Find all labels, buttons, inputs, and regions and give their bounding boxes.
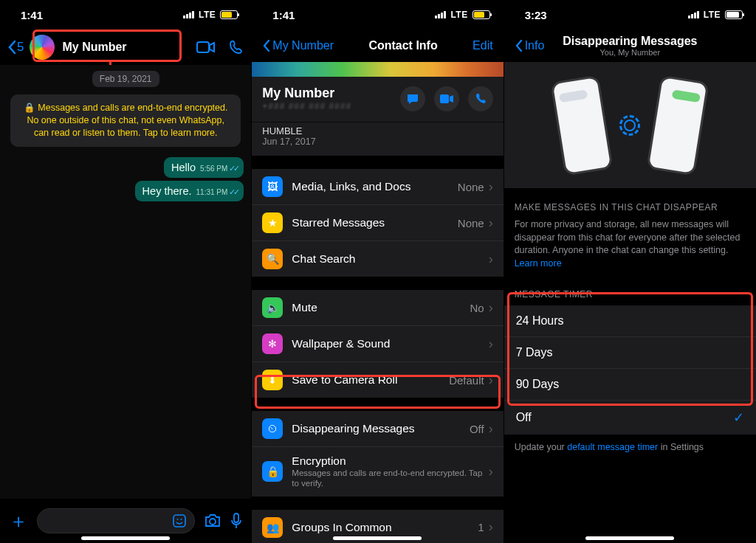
row-sublabel: Messages and calls are end-to-end encryp… [292,468,488,489]
clock: 1:41 [21,9,43,21]
clock: 3:23 [525,9,547,21]
status-text: HUMBLE [262,122,492,136]
row-icon: 🔒 [262,461,283,482]
settings-row[interactable]: 🔈MuteNo› [252,290,503,325]
svg-point-3 [181,519,182,520]
battery-icon [472,10,490,19]
message-bubble[interactable]: Hey there. 11:31 PM✓✓ [135,181,244,201]
video-button[interactable] [434,86,459,111]
chevron-left-icon [515,39,523,52]
row-label: Disappearing Messages [292,422,470,435]
page-title: Contact Info [368,39,437,52]
dm-navbar: Info Disappearing Messages You, My Numbe… [504,30,756,62]
svg-rect-0 [197,42,209,52]
row-value: None [458,181,484,193]
home-indicator [585,536,674,540]
signal-icon [183,11,194,18]
message-time: 11:31 PM [196,188,228,196]
back-label: My Number [272,39,334,52]
edit-button[interactable]: Edit [472,39,493,52]
row-value: Off [470,423,484,435]
network-label: LTE [199,10,216,20]
highlight-timer-options [507,292,753,406]
encryption-notice[interactable]: 🔒 Messages and calls are end-to-end encr… [10,94,241,147]
voice-call-icon[interactable] [229,40,244,55]
footer-note: Update your default message timer in Set… [504,435,756,460]
message-button[interactable] [400,86,425,111]
message-text: Hey there. [142,185,192,197]
back-label: Info [525,39,545,52]
screen-chat: 1:41 LTE 5 My Number [0,0,252,543]
highlight-disappearing [255,375,501,409]
learn-more-link[interactable]: Learn more [515,258,562,269]
check-icon: ✓ [733,409,744,426]
chevron-right-icon: › [489,300,493,316]
section-header: MAKE MESSAGES IN THIS CHAT DISAPPEAR [504,189,756,218]
row-label: Mute [292,301,470,314]
row-value: None [458,217,484,229]
back-button[interactable]: 5 [7,40,24,55]
message-input[interactable] [37,508,195,533]
settings-row[interactable]: ★Starred MessagesNone› [252,204,503,241]
back-button[interactable]: Info [515,39,545,52]
highlight-contact [32,30,182,62]
status-bar: 3:23 LTE [504,0,756,30]
date-separator: Feb 19, 2021 [92,71,159,87]
message-row: Hello 5:56 PM✓✓ [0,154,251,178]
settings-row[interactable]: ✻Wallpaper & Sound› [252,325,503,362]
settings-row[interactable]: ⏲Disappearing MessagesOff› [252,411,503,446]
settings-row[interactable]: 🖼Media, Links, and DocsNone› [252,169,503,204]
row-label: Wallpaper & Sound [292,337,484,350]
back-button[interactable]: My Number [262,39,334,52]
row-icon: 🖼 [262,176,283,197]
row-value: 1 [478,521,484,533]
camera-icon[interactable] [204,513,221,528]
message-time: 5:56 PM [200,165,227,173]
screen-disappearing: 3:23 LTE Info Disappearing Messages You,… [504,0,756,543]
signal-icon [435,11,446,18]
chevron-right-icon: › [489,464,493,480]
attach-button[interactable]: ＋ [9,508,28,534]
row-value: No [470,302,484,314]
signal-icon [688,11,699,18]
network-label: LTE [704,10,721,20]
settings-row[interactable]: 🔍Chat Search› [252,241,503,277]
svg-rect-1 [173,515,185,527]
message-bubble[interactable]: Hello 5:56 PM✓✓ [164,157,244,178]
chevron-right-icon: › [489,252,493,267]
row-label: Groups In Common [292,521,478,534]
battery-icon [725,10,743,19]
battery-icon [220,10,238,19]
read-receipt-icon: ✓✓ [229,164,238,173]
contact-status-block: HUMBLE Jun 17, 2017 [252,122,503,156]
unread-count: 5 [17,40,24,55]
chevron-right-icon: › [489,336,493,352]
screen-contact-info: 1:41 LTE My Number Contact Info Edit My … [252,0,504,543]
row-icon: 🔍 [262,249,283,269]
row-icon: ★ [262,212,283,233]
read-receipt-icon: ✓✓ [229,187,238,197]
timer-icon [619,115,640,136]
home-indicator [333,536,422,540]
chevron-left-icon [7,40,16,55]
row-icon: ✻ [262,333,283,354]
status-date: Jun 17, 2017 [262,136,492,147]
row-label: Encryption [292,454,488,468]
status-bar: 1:41 LTE [0,0,251,30]
phone-illustration [551,75,614,176]
message-row: Hey there. 11:31 PM✓✓ [0,178,251,201]
default-timer-link[interactable]: default message timer [567,442,658,452]
svg-rect-6 [440,94,449,103]
settings-row[interactable]: 🔒EncryptionMessages and calls are end-to… [252,446,503,497]
hero-illustration [504,62,756,189]
message-text: Hello [171,162,196,173]
network-label: LTE [450,10,467,20]
clock: 1:41 [272,9,295,21]
video-call-icon[interactable] [196,40,216,55]
svg-point-2 [177,519,179,520]
contact-phone-blurred: +### ### ### #### [262,101,351,111]
call-button[interactable] [468,86,493,111]
chevron-right-icon: › [489,421,493,437]
sticker-icon[interactable] [172,513,187,528]
mic-icon[interactable] [230,513,242,529]
